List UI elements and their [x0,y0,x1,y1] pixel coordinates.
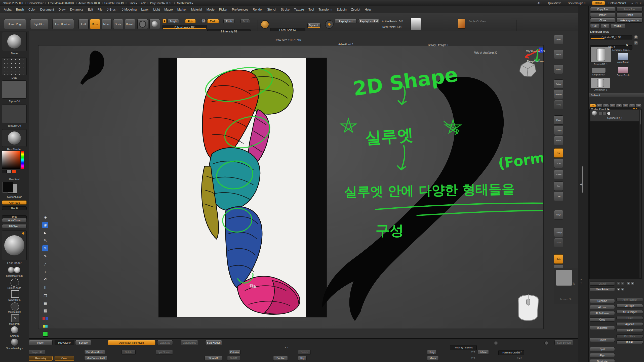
persp-button[interactable]: Persp [554,100,563,109]
collapse-tray-icon[interactable]: ◀ [580,183,582,186]
subtool-tab-v2[interactable]: V2 [596,104,602,107]
polyf-button[interactable]: PolyF [554,210,563,219]
menu-light[interactable]: Light [151,8,162,11]
colorize-button[interactable]: Colorize [229,350,240,355]
anatomy-step-label[interactable]: | Anatomy Step-1 [612,49,643,51]
lsym-button[interactable]: L.Sym [554,126,563,135]
move-button[interactable]: Move [102,19,112,29]
stroke-preview-thumb[interactable] [2,32,27,51]
material-thumb[interactable] [2,129,27,147]
close-icon[interactable]: × [640,2,641,5]
maskpen-icon[interactable]: ✎ [11,314,19,322]
texture-thumb[interactable] [556,270,572,286]
palette-splitter-icon[interactable]: ▲▼ [284,346,289,348]
color-button[interactable]: Color [55,356,74,361]
auto-mask-fibermesh-button[interactable]: Auto Mask FiberMesh [108,340,155,345]
layers-icon[interactable]: ▩ [42,308,48,314]
list-all-button[interactable]: List All [590,282,615,286]
folder-down-icon[interactable]: ▼ [621,287,624,291]
live-boolean-button[interactable]: Live Boolean [52,19,74,29]
menu-dynamics[interactable]: Dynamics [68,8,86,11]
polish-by-features-slider[interactable]: Polish By Features [450,345,477,350]
eye-icon[interactable]: ◉ [42,222,48,228]
solo-button[interactable]: Solo [554,254,563,264]
align-button[interactable]: Align [590,353,615,357]
stroke-dots-thumb[interactable] [2,58,27,75]
menu-help[interactable]: Help [363,8,373,11]
insert-button[interactable]: Insert [616,328,643,332]
smooth-brush-icon[interactable] [11,326,18,333]
rgb-intensity-slider[interactable]: Rgb Intensity 100 [163,25,207,29]
rename-button[interactable]: Rename [590,299,615,303]
lightbox-tools-label[interactable]: Lightbox▶Tools [590,30,609,33]
menu-movie[interactable]: Movie [204,8,217,11]
local-button[interactable]: Local [554,136,563,145]
subtool-list[interactable]: Cylinder3D_1 [589,109,642,279]
subtool-tab-v5[interactable]: V5 [616,104,622,107]
clone-button[interactable]: Clone [590,18,615,23]
quicksave-button[interactable]: QuickSave [548,2,561,5]
visibility-eye-icon[interactable] [607,112,611,115]
menu-render[interactable]: Render [251,8,265,11]
menu-stencil[interactable]: Stencil [265,8,278,11]
floor-button[interactable]: Floor [554,115,563,125]
min-connected-button[interactable]: Min Connected f [84,356,107,361]
trash-icon[interactable]: ▯ [42,284,48,290]
delmt-button[interactable]: DelMT [227,356,240,361]
divider-up-icon[interactable]: ▲ [580,278,582,280]
menu-marker[interactable]: Marker [175,8,189,11]
r-button[interactable]: R [634,35,638,39]
goz-all-button[interactable]: All [601,24,609,28]
subtool-tab-v8[interactable]: V8 [635,104,642,107]
cylinder-thumb[interactable] [591,78,610,88]
subtool-tab-v4[interactable]: V4 [609,104,616,107]
current-color-icon[interactable] [42,331,48,337]
swatch-3[interactable] [12,170,16,173]
delete-subtool-button[interactable]: Delete [590,338,615,342]
make-polymesh-button[interactable]: Make PolyMesh3D [616,18,642,23]
home-page-button[interactable]: Home Page [4,19,26,29]
cursor-icon[interactable]: ► [42,230,48,236]
import-bottom-button[interactable]: Import [29,340,53,345]
menu-file[interactable]: File [95,8,105,11]
folder-up-icon[interactable]: ▲ [617,287,620,291]
rot-button[interactable]: Rot [554,182,563,191]
all-low-button[interactable]: All Low [590,305,615,309]
menus-button[interactable]: Menus [592,1,605,5]
basicmaterial-icon[interactable] [8,266,21,274]
append-button[interactable]: Append [616,322,643,326]
blur-slider[interactable]: Blur 0 [2,206,27,210]
menu-j-brush[interactable]: J-Brush [105,8,119,11]
unify-xyz-label[interactable]: x y z [469,351,476,353]
subtool-header[interactable]: Subtool [589,93,644,97]
hue-strip[interactable] [21,151,24,169]
all-high-button[interactable]: All High [616,304,643,308]
line-fill-button[interactable]: Line [554,192,563,201]
del-other-button[interactable]: Del Other [616,334,643,338]
menu-macro[interactable]: Macro [162,8,175,11]
lightbox-button[interactable]: LightBox [30,19,48,29]
menu-texture[interactable]: Texture [292,8,306,11]
divider-scrollbar[interactable] [582,166,583,193]
mirror-xyz-label[interactable]: x y z [469,357,476,359]
menu-tool[interactable]: Tool [306,8,316,11]
goz-visible-button[interactable]: Visible [610,24,625,28]
stroke-icon[interactable] [325,20,334,29]
marker-icon[interactable]: ◈ [42,214,48,220]
rgb-button[interactable]: Rgb [185,19,196,23]
midvalue-slider[interactable]: MidValue 0 [55,340,74,345]
scale-button[interactable]: Scale [113,19,123,29]
import-tool-button[interactable]: Import [590,13,615,17]
move-up-icon[interactable]: ▲ [617,282,620,285]
swatch-1[interactable] [2,170,7,173]
masklasso-icon[interactable] [11,302,19,310]
image-icon[interactable]: ▦ [42,300,48,306]
surface-button[interactable]: Surface [75,340,91,345]
bpr-button[interactable]: BPR [554,35,563,44]
distribute-button[interactable]: Distribute [590,359,615,362]
paste-subtool-button[interactable]: Paste [616,316,643,320]
alpha-thumbnail[interactable] [411,18,421,30]
eraserbrush-thumb[interactable] [618,67,628,73]
replay-last-button[interactable]: ReplayLast [335,19,357,23]
subtool-tab-v7[interactable]: V7 [629,104,635,107]
